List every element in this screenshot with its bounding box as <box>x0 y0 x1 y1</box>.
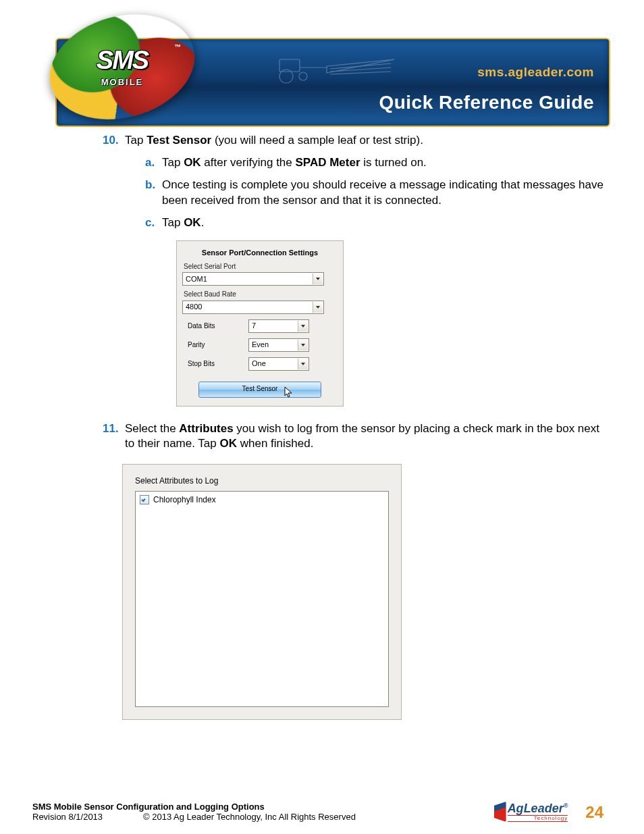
baud-rate-combo[interactable]: 4800 <box>182 301 324 314</box>
logo-technology: Technology <box>508 815 568 822</box>
svg-rect-2 <box>279 59 300 72</box>
logo-ag: Ag <box>508 802 524 815</box>
logo-leader: Leader <box>524 802 564 815</box>
text-bold: OK <box>220 437 238 450</box>
serial-port-combo[interactable]: COM1 <box>182 272 324 286</box>
cursor-icon <box>284 386 294 398</box>
text: . <box>201 216 205 229</box>
page-number: 24 <box>585 803 603 822</box>
logo-subtext: MOBILE <box>58 77 186 87</box>
attribute-label: Chlorophyll Index <box>153 494 216 505</box>
footer-revision: Revision 8/1/2013 <box>32 812 103 822</box>
text: Tap <box>162 156 184 169</box>
text-bold: OK <box>184 216 201 229</box>
chevron-down-icon <box>298 359 308 369</box>
svg-point-1 <box>299 72 307 80</box>
logo-text: SMS <box>58 46 186 75</box>
text: Tap <box>125 134 146 147</box>
parity-label: Parity <box>188 340 248 350</box>
text: Tap <box>162 216 184 229</box>
content-area: Tap Test Sensor (you will need a sample … <box>0 125 644 720</box>
data-bits-combo[interactable]: 7 <box>248 319 309 333</box>
footer-title: SMS Mobile Sensor Configuration and Logg… <box>32 802 356 812</box>
page-header: sms.agleader.com Quick Reference Guide S… <box>0 0 644 125</box>
header-url: sms.agleader.com <box>477 65 594 80</box>
text: (you will need a sample leaf or test str… <box>211 134 423 147</box>
text-bold: Test Sensor <box>146 134 211 147</box>
dialog-title: Sensor Port/Connection Settings <box>182 248 338 258</box>
chevron-down-icon <box>313 302 323 313</box>
step-10c: Tap OK. <box>125 215 603 231</box>
harvester-illustration <box>266 46 401 86</box>
text-bold: SPAD Meter <box>295 156 360 169</box>
text: after verifying the <box>201 156 296 169</box>
text-bold: Attributes <box>179 422 233 435</box>
serial-port-value: COM1 <box>186 274 207 284</box>
ag-leader-logo-icon <box>494 802 506 822</box>
serial-port-label: Select Serial Port <box>184 262 338 271</box>
test-sensor-button[interactable]: Test Sensor <box>198 382 321 398</box>
chevron-down-icon <box>298 321 308 332</box>
ag-leader-logo: AgLeader® Technology <box>494 802 568 822</box>
test-sensor-label: Test Sensor <box>242 385 278 392</box>
stop-bits-label: Stop Bits <box>188 359 248 369</box>
attribute-item[interactable]: Chlorophyll Index <box>140 494 384 505</box>
sms-mobile-logo: SMS ™ MOBILE <box>58 16 186 118</box>
logo-reg: ® <box>564 802 568 809</box>
data-bits-value: 7 <box>252 321 256 331</box>
stop-bits-value: One <box>252 359 266 369</box>
header-title: Quick Reference Guide <box>379 92 594 113</box>
step-10a: Tap OK after verifying the SPAD Meter is… <box>125 155 603 171</box>
footer-copyright: © 2013 Ag Leader Technology, Inc All Rig… <box>143 812 356 822</box>
step-10-text: Tap Test Sensor (you will need a sample … <box>125 134 423 147</box>
parity-combo[interactable]: Even <box>248 338 309 352</box>
checkbox-checked-icon[interactable] <box>140 495 149 504</box>
stop-bits-combo[interactable]: One <box>248 357 309 371</box>
page-footer: SMS Mobile Sensor Configuration and Logg… <box>0 802 644 822</box>
attributes-listbox[interactable]: Chlorophyll Index <box>135 491 389 707</box>
parity-value: Even <box>252 340 269 350</box>
text: Select the <box>125 422 179 435</box>
sensor-settings-dialog: Sensor Port/Connection Settings Select S… <box>176 240 344 407</box>
text-bold: OK <box>184 156 201 169</box>
text: Once testing is complete you should rece… <box>162 178 603 207</box>
step-11: Select the Attributes you wish to log fr… <box>41 421 603 720</box>
logo-tm: ™ <box>174 43 181 51</box>
chevron-down-icon <box>298 340 308 350</box>
text: when finished. <box>237 437 313 450</box>
chevron-down-icon <box>313 273 323 284</box>
baud-rate-value: 4800 <box>186 302 202 312</box>
step-10b: Once testing is complete you should rece… <box>125 178 603 209</box>
baud-rate-label: Select Baud Rate <box>184 290 338 299</box>
footer-info: SMS Mobile Sensor Configuration and Logg… <box>32 802 356 822</box>
attributes-title: Select Attributes to Log <box>135 475 389 486</box>
attributes-dialog: Select Attributes to Log Chlorophyll Ind… <box>122 464 402 719</box>
data-bits-label: Data Bits <box>188 321 248 331</box>
step-10: Tap Test Sensor (you will need a sample … <box>41 133 603 407</box>
text: is turned on. <box>360 156 427 169</box>
